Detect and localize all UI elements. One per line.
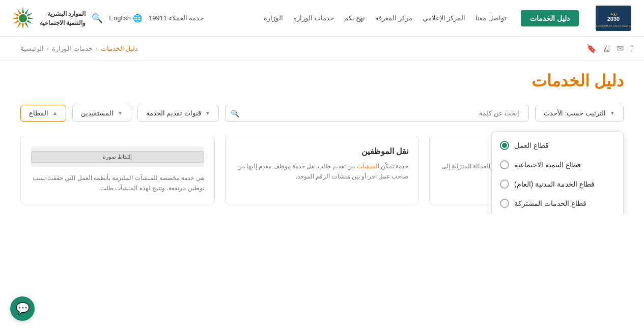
sector-item-3-label: قطاع الخدمات المشتركة: [514, 199, 586, 207]
sector-dropdown: قطاع العمل قطاع التنمية الاجتماعية قطاع …: [491, 131, 624, 215]
page-title: دليل الخدمات: [20, 71, 624, 91]
nav-link-media[interactable]: المركز الإعلامي: [423, 14, 466, 22]
breadcrumb-sep1: ›: [47, 45, 49, 52]
main-content: دليل الخدمات ▼ الترتيب حسب: الأحدث 🔍 ▼ ق…: [0, 61, 644, 215]
channels-button[interactable]: ▼ قنوات تقديم الخدمة: [137, 105, 219, 122]
ministry-star-icon: [10, 6, 36, 31]
sector-radio-3: [500, 199, 509, 208]
nav-link-knowledge[interactable]: مركز المعرفة: [375, 14, 412, 22]
ministry-name-line2: والتنمية الاجتماعية: [40, 18, 86, 27]
beneficiaries-button[interactable]: ▼ المستفيدين: [72, 105, 131, 122]
svg-marker-14: [13, 12, 19, 16]
search-icon: 🔍: [231, 109, 239, 117]
svg-point-16: [19, 14, 27, 22]
nav-link-ministry-services[interactable]: خدمات الوزارة: [293, 14, 334, 22]
search-box: 🔍: [225, 105, 529, 122]
svg-marker-11: [16, 22, 21, 28]
svg-text:2030: 2030: [607, 16, 620, 22]
card-transfer-highlight: المنشآت: [357, 163, 379, 170]
breadcrumb-sep2: ›: [96, 45, 98, 52]
services-button[interactable]: دليل الخدمات: [521, 10, 579, 26]
nav-link-contact[interactable]: تواصل معنا: [475, 14, 507, 22]
share-icon: ⤴: [630, 44, 634, 53]
card-screenshot-desc: هي خدمة مخصصة للمنشآت الملتزمة بأنظمة ال…: [31, 173, 204, 194]
sector-button[interactable]: ▲ القطاع: [20, 105, 66, 122]
print-button[interactable]: 🖨: [603, 44, 611, 53]
sort-button[interactable]: ▼ الترتيب حسب: الأحدث: [535, 105, 624, 122]
breadcrumb-current: دليل الخدمات: [101, 45, 138, 52]
sector-label: القطاع: [29, 109, 48, 117]
svg-marker-10: [22, 23, 24, 29]
card-transfer: نقل الموظفين خدمة تمكّن المنشآت من تقديم…: [225, 136, 419, 204]
top-nav: رؤية 2030 KINGDOM OF SAUDI ARABIA دليل ا…: [0, 0, 644, 37]
channels-arrow-icon: ▼: [205, 110, 210, 116]
lang-label: English: [109, 14, 131, 22]
page-toolbar: ⤴ ✉ 🖨 🔖 دليل الخدمات › خدمات الوزارة › ا…: [0, 37, 644, 61]
card-screenshot-img: إلتقاط صورة: [31, 146, 204, 167]
customer-service-link[interactable]: خدمة العملاء 19911: [149, 14, 204, 22]
vision-logo: رؤية 2030 KINGDOM OF SAUDI ARABIA: [593, 5, 634, 32]
sector-item-2-label: قطاع الخدمة المدنية (العام): [514, 180, 595, 188]
print-icon: 🖨: [603, 44, 611, 53]
sort-label: الترتيب حسب: الأحدث: [544, 109, 606, 117]
sector-radio-1: [500, 160, 509, 169]
search-input[interactable]: [239, 105, 523, 121]
nav-left: خدمة العملاء 19911 🌐 English 🔍 الموارد ا…: [10, 6, 204, 31]
filters-row: ▼ الترتيب حسب: الأحدث 🔍 ▼ قنوات تقديم ال…: [20, 105, 624, 122]
svg-text:رؤية: رؤية: [610, 12, 617, 16]
nav-link-nahj[interactable]: نهج بكم: [344, 14, 366, 22]
sector-arrow-icon: ▲: [52, 110, 58, 116]
sort-arrow-icon: ▼: [610, 110, 615, 116]
ministry-logo: الموارد البشرية والتنمية الاجتماعية: [10, 6, 86, 31]
breadcrumb-home[interactable]: الرئيسية: [20, 45, 44, 52]
ministry-name-line1: الموارد البشرية: [40, 9, 86, 18]
breadcrumb: دليل الخدمات › خدمات الوزارة › الرئيسية: [10, 41, 148, 56]
email-icon: ✉: [617, 44, 624, 53]
svg-text:KINGDOM OF SAUDI ARABIA: KINGDOM OF SAUDI ARABIA: [596, 24, 631, 27]
search-icon: 🔍: [92, 13, 103, 23]
nav-links: تواصل معنا المركز الإعلامي مركز المعرفة …: [264, 14, 507, 22]
search-button[interactable]: 🔍: [92, 13, 103, 24]
email-button[interactable]: ✉: [617, 44, 624, 53]
card-transfer-desc: خدمة تمكّن المنشآت من تقديم طلب نقل خدمة…: [236, 161, 409, 182]
sector-radio-2: [500, 179, 509, 189]
sector-item-1-label: قطاع التنمية الاجتماعية: [514, 161, 581, 169]
svg-marker-4: [22, 7, 24, 13]
share-button[interactable]: ⤴: [630, 44, 634, 53]
svg-marker-6: [27, 12, 33, 16]
svg-marker-7: [28, 17, 34, 19]
channels-label: قنوات تقديم الخدمة: [146, 109, 201, 117]
card-screenshot: إلتقاط صورة هي خدمة مخصصة للمنشآت الملتز…: [20, 136, 215, 204]
card-transfer-title: نقل الموظفين: [236, 146, 409, 156]
bookmark-icon: 🔖: [586, 44, 597, 53]
svg-marker-13: [12, 17, 18, 19]
sector-radio-0: [500, 141, 509, 150]
beneficiaries-arrow-icon: ▼: [118, 110, 123, 116]
sector-item-2[interactable]: قطاع الخدمة المدنية (العام): [492, 174, 623, 194]
sector-item-0-label: قطاع العمل: [514, 141, 549, 149]
screenshot-button[interactable]: إلتقاط صورة: [31, 151, 204, 163]
language-button[interactable]: 🌐 English: [109, 14, 143, 23]
globe-icon: 🌐: [133, 14, 143, 23]
nav-right: رؤية 2030 KINGDOM OF SAUDI ARABIA دليل ا…: [264, 5, 634, 32]
svg-marker-15: [16, 8, 21, 14]
breadcrumb-ministry-services[interactable]: خدمات الوزارة: [52, 45, 93, 52]
sector-item-0[interactable]: قطاع العمل: [492, 136, 623, 155]
sector-item-1[interactable]: قطاع التنمية الاجتماعية: [492, 155, 623, 174]
svg-marker-9: [24, 22, 29, 28]
svg-marker-5: [24, 8, 29, 14]
svg-marker-8: [27, 20, 33, 24]
svg-marker-12: [13, 20, 19, 24]
nav-link-ministry[interactable]: الوزارة: [264, 14, 283, 22]
bookmark-button[interactable]: 🔖: [586, 44, 597, 53]
beneficiaries-label: المستفيدين: [81, 109, 114, 117]
sector-item-3[interactable]: قطاع الخدمات المشتركة: [492, 194, 623, 213]
